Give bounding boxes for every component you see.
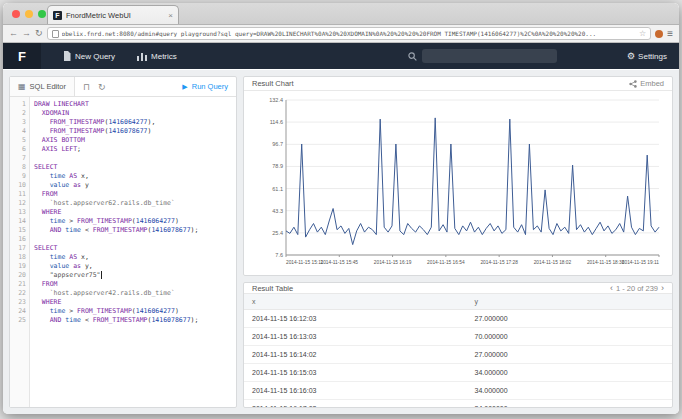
- gear-icon: ⚙: [627, 51, 635, 61]
- column-header-x: x: [244, 294, 467, 310]
- result-table: xy 2014-11-15 16:12:0327.0000002014-11-1…: [244, 294, 672, 408]
- result-table-title: Result Table: [252, 284, 293, 293]
- svg-text:2014-11-15 19:11: 2014-11-15 19:11: [622, 260, 659, 265]
- table-cell: 27.000000: [467, 310, 672, 328]
- search-icon: [408, 52, 417, 61]
- table-row: 2014-11-15 16:15:0334.000000: [244, 364, 672, 382]
- settings-button[interactable]: ⚙ Settings: [627, 51, 667, 61]
- back-icon[interactable]: ←: [9, 29, 18, 38]
- svg-text:2014-11-15 16:54: 2014-11-15 16:54: [427, 260, 465, 265]
- reload-icon[interactable]: ↻: [35, 29, 43, 38]
- svg-text:2014-11-15 18:36: 2014-11-15 18:36: [587, 260, 625, 265]
- play-icon: ▶: [182, 83, 187, 91]
- next-page-icon[interactable]: ›: [661, 283, 664, 293]
- column-header-y: y: [467, 294, 672, 310]
- table-cell: 2014-11-15 16:12:03: [244, 310, 467, 328]
- browser-tab[interactable]: F FnordMetric WebUI ×: [47, 5, 179, 24]
- result-chart-title: Result Chart: [252, 79, 294, 88]
- document-icon: [63, 51, 71, 61]
- table-row: 2014-11-15 16:16:0334.000000: [244, 382, 672, 400]
- pagination-label: 1 - 20 of 239: [616, 284, 658, 293]
- editor-toolbar: ▦ SQL Editor ⊓ ↻ ▶ Run Query: [10, 77, 236, 97]
- result-table-panel: Result Table ‹ 1 - 20 of 239 › xy 2014-1…: [243, 282, 673, 408]
- nav-new-query[interactable]: New Query: [63, 51, 115, 61]
- zoom-window-button[interactable]: [38, 10, 46, 18]
- svg-text:2014-11-15 18:02: 2014-11-15 18:02: [534, 260, 572, 265]
- table-cell: 34.000000: [467, 364, 672, 382]
- sql-code[interactable]: DRAW LINECHART XDOMAIN FROM_TIMESTAMP(14…: [30, 97, 236, 407]
- flip-view-icon[interactable]: ⊓: [83, 82, 90, 92]
- embed-label: Embed: [640, 79, 664, 88]
- main-content: ▦ SQL Editor ⊓ ↻ ▶ Run Query 12345678910…: [3, 70, 679, 414]
- nav-new-query-label: New Query: [75, 52, 115, 61]
- run-query-button[interactable]: ▶ Run Query: [182, 82, 228, 91]
- settings-label: Settings: [638, 52, 667, 61]
- svg-text:43.3: 43.3: [272, 208, 283, 214]
- tab-title: FnordMetric WebUI: [66, 11, 164, 20]
- table-cell: 34.000000: [467, 400, 672, 409]
- svg-text:61.1: 61.1: [272, 186, 283, 192]
- table-row: 2014-11-15 16:17:0234.000000: [244, 400, 672, 409]
- nav-metrics-label: Metrics: [151, 52, 177, 61]
- svg-text:2014-11-15 15:11: 2014-11-15 15:11: [286, 260, 323, 265]
- result-chart-header: Result Chart Embed: [244, 77, 672, 91]
- pagination: ‹ 1 - 20 of 239 ›: [610, 283, 664, 293]
- app-logo[interactable]: F: [3, 43, 41, 69]
- extension-icon[interactable]: [655, 30, 663, 38]
- code-editor[interactable]: 1234567891011121314151617181920212223242…: [10, 97, 236, 407]
- browser-window: F FnordMetric WebUI × ← → ↻ obelix.fnrd.…: [3, 3, 679, 414]
- close-window-button[interactable]: [12, 10, 20, 18]
- table-row: 2014-11-15 16:12:0327.000000: [244, 310, 672, 328]
- tab-sql-editor[interactable]: ▦ SQL Editor: [10, 77, 75, 96]
- favicon: F: [53, 11, 62, 20]
- svg-text:132.4: 132.4: [269, 97, 283, 103]
- table-cell: 70.000000: [467, 328, 672, 346]
- result-chart-panel: Result Chart Embed 7.625.443.361.178.996…: [243, 76, 673, 276]
- bookmark-star-icon[interactable]: ☆: [639, 29, 646, 38]
- svg-text:96.7: 96.7: [272, 141, 283, 147]
- share-icon: [629, 80, 637, 88]
- table-cell: 2014-11-15 16:16:03: [244, 382, 467, 400]
- svg-text:25.4: 25.4: [272, 230, 283, 236]
- app-header: F New Query Metrics ⚙ Settings: [3, 43, 679, 69]
- browser-tabstrip: F FnordMetric WebUI ×: [3, 3, 679, 25]
- table-row: 2014-11-15 16:14:0227.000000: [244, 346, 672, 364]
- line-numbers: 1234567891011121314151617181920212223242…: [10, 97, 30, 407]
- result-table-header: Result Table ‹ 1 - 20 of 239 ›: [244, 283, 672, 294]
- window-controls: [12, 10, 46, 18]
- table-cell: 2014-11-15 16:15:03: [244, 364, 467, 382]
- svg-text:7.6: 7.6: [275, 252, 283, 258]
- minimize-window-button[interactable]: [25, 10, 33, 18]
- address-bar[interactable]: obelix.fnrd.net:8080/admin#query_playgro…: [47, 27, 652, 40]
- refresh-icon[interactable]: ↻: [98, 82, 106, 92]
- sql-editor-panel: ▦ SQL Editor ⊓ ↻ ▶ Run Query 12345678910…: [9, 76, 237, 408]
- forward-icon[interactable]: →: [22, 29, 31, 38]
- svg-text:78.9: 78.9: [272, 163, 283, 169]
- sql-editor-icon: ▦: [18, 82, 26, 91]
- svg-text:2014-11-15 15:45: 2014-11-15 15:45: [321, 260, 359, 265]
- table-cell: 34.000000: [467, 382, 672, 400]
- chart-icon: [137, 52, 147, 61]
- browser-toolbar: ← → ↻ obelix.fnrd.net:8080/admin#query_p…: [3, 25, 679, 43]
- page-icon: [52, 30, 59, 38]
- url-text[interactable]: obelix.fnrd.net:8080/admin#query_playgro…: [62, 30, 636, 37]
- sql-editor-tab-label: SQL Editor: [30, 82, 66, 91]
- table-cell: 2014-11-15 16:17:02: [244, 400, 467, 409]
- svg-text:114.6: 114.6: [270, 119, 283, 125]
- global-search-input[interactable]: [422, 49, 557, 63]
- table-cell: 27.000000: [467, 346, 672, 364]
- line-chart: 7.625.443.361.178.996.7114.6132.42014-11…: [244, 91, 672, 275]
- prev-page-icon[interactable]: ‹: [610, 283, 613, 293]
- embed-button[interactable]: Embed: [629, 79, 664, 88]
- browser-menu-icon[interactable]: ≡: [667, 28, 673, 39]
- table-cell: 2014-11-15 16:13:03: [244, 328, 467, 346]
- tab-close-icon[interactable]: ×: [168, 11, 173, 20]
- nav-metrics[interactable]: Metrics: [137, 52, 177, 61]
- run-query-label: Run Query: [192, 82, 228, 91]
- table-row: 2014-11-15 16:13:0370.000000: [244, 328, 672, 346]
- table-cell: 2014-11-15 16:14:02: [244, 346, 467, 364]
- svg-text:2014-11-15 16:19: 2014-11-15 16:19: [374, 260, 412, 265]
- chart-svg: 7.625.443.361.178.996.7114.6132.42014-11…: [248, 93, 668, 269]
- svg-text:2014-11-15 17:28: 2014-11-15 17:28: [480, 260, 518, 265]
